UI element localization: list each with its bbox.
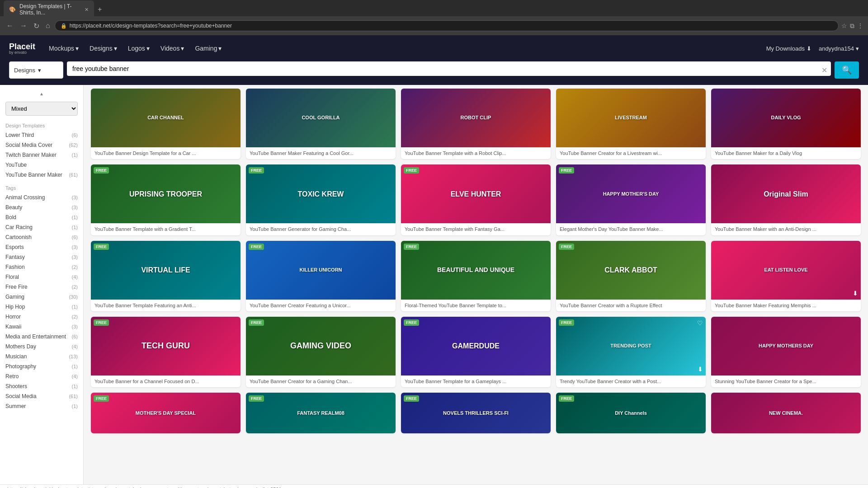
template-card-20[interactable]: HAPPY MOTHERS DAY Stunning YouTube Banne… [711,317,861,387]
tab-close-button[interactable]: ✕ [85,7,89,13]
sidebar-item-floral[interactable]: Floral (4) [0,272,83,282]
free-badge-17: FREE [249,319,264,326]
template-card-9[interactable]: FREE HAPPY MOTHER'S DAY Elegant Mother's… [556,164,706,235]
search-category-dropdown[interactable]: Designs ▾ [9,61,63,79]
template-card-24[interactable]: FREE DIY Channels [556,393,706,433]
template-card-15[interactable]: EAT LISTEN LOVE ⬇ YouTube Banner Maker F… [711,241,861,311]
card-thumbnail-6: FREE UPRISING TROOPER [91,164,241,223]
url-bar[interactable]: 🔒 https://placeit.net/c/design-templates… [55,20,839,31]
template-card-19[interactable]: FREE ♡ TRENDING POST ⬇ Trendy YouTube Ba… [556,317,706,387]
nav-downloads-button[interactable]: My Downloads ⬇ [766,45,811,52]
free-badge-12: FREE [249,244,264,250]
card-thumbnail-14: FREE CLARK ABBOT [556,241,706,300]
template-card-17[interactable]: FREE GAMING VIDEO YouTube Banner Creator… [246,317,396,387]
active-tab[interactable]: 🎨 Design Templates | T-Shirts, In... ✕ [4,0,94,19]
sidebar-item-lower-third[interactable]: Lower Third (6) [0,130,83,140]
bookmark-icon[interactable]: ☆ [841,22,847,30]
card-label-11: YouTube Banner Template Featuring an Ant… [91,300,241,311]
forward-button[interactable]: → [18,20,29,32]
sidebar-item-retro[interactable]: Retro (4) [0,371,83,381]
sidebar-item-mothers-day[interactable]: Mothers Day (4) [0,342,83,352]
sidebar-item-fashion[interactable]: Fashion (2) [0,262,83,272]
nav-logos[interactable]: Logos ▾ [128,45,150,52]
filter-dropdown[interactable]: Mixed [5,102,78,116]
sidebar-item-social-media-cover[interactable]: Social Media Cover (62) [0,140,83,150]
sidebar-item-kawaii[interactable]: Kawaii (3) [0,322,83,332]
nav-mockups[interactable]: Mockups ▾ [49,45,79,52]
template-card-16[interactable]: FREE TECH GURU YouTube Banner for a Chan… [91,317,241,387]
extensions-icon[interactable]: ⧉ [850,22,854,30]
sidebar-item-free-fire[interactable]: Free Fire (2) [0,282,83,292]
template-card-8[interactable]: FREE ELVE HUNTER YouTube Banner Template… [401,164,551,235]
template-card-25[interactable]: NEW CINEMA. [711,393,861,433]
nav-designs[interactable]: Designs ▾ [90,45,117,52]
card-thumbnail-19: FREE ♡ TRENDING POST ⬇ [556,317,706,375]
search-submit-button[interactable]: 🔍 [835,61,859,79]
sidebar-item-musician[interactable]: Musician (13) [0,352,83,361]
sidebar-item-summer[interactable]: Summer (1) [0,401,83,411]
sidebar-item-cartoonish[interactable]: Cartoonish (6) [0,232,83,242]
sidebar-item-esports[interactable]: Esports (3) [0,242,83,252]
nav-user-menu[interactable]: andyydna154 ▾ [819,45,859,52]
card-label-16: YouTube Banner for a Channel Focused on … [91,375,241,387]
search-input-wrapper: ✕ [67,61,831,79]
template-card-3[interactable]: ROBOT CLIP YouTube Banner Template with … [401,89,551,159]
template-card-14[interactable]: FREE CLARK ABBOT YouTube Banner Creator … [556,241,706,311]
heart-icon-19[interactable]: ♡ [697,319,703,327]
search-clear-button[interactable]: ✕ [821,66,827,75]
sidebar-item-youtube-banner-maker[interactable]: YouTube Banner Maker (61) [0,170,83,180]
template-card-18[interactable]: FREE GAMERDUDE YouTube Banner Template f… [401,317,551,387]
free-badge-16: FREE [94,319,109,326]
sidebar-item-hip-hop[interactable]: Hip Hop (1) [0,302,83,312]
nav-menu: Mockups ▾ Designs ▾ Logos ▾ Videos ▾ Gam… [49,45,766,52]
tab-title: Design Templates | T-Shirts, In... [19,3,81,16]
template-card-12[interactable]: FREE KILLER UNICORN YouTube Banner Creat… [246,241,396,311]
nav-videos[interactable]: Videos ▾ [160,45,184,52]
card-label-2: YouTube Banner Maker Featuring a Cool Go… [246,147,396,159]
site-logo[interactable]: Placeit by envato [9,42,35,55]
card-thumbnail-24: FREE DIY Channels [556,393,706,433]
new-tab-button[interactable]: + [94,4,105,15]
sidebar-item-beauty[interactable]: Beauty (3) [0,202,83,212]
template-card-2[interactable]: COOL GORILLA YouTube Banner Maker Featur… [246,89,396,159]
browser-chrome: 🎨 Design Templates | T-Shirts, In... ✕ +… [0,0,868,35]
sidebar-item-media-entertainment[interactable]: Media and Entertainment (6) [0,332,83,342]
template-card-4[interactable]: LIVESTREAM YouTube Banner Creator for a … [556,89,706,159]
sidebar-item-fantasy[interactable]: Fantasy (3) [0,252,83,262]
sidebar-item-shooters[interactable]: Shooters (1) [0,381,83,391]
sidebar-item-twitch-banner[interactable]: Twitch Banner Maker (1) [0,150,83,160]
search-input[interactable] [67,61,831,76]
sidebar-item-social-media[interactable]: Social Media (61) [0,391,83,401]
card-label-3: YouTube Banner Template with a Robot Cli… [401,147,551,159]
sidebar-item-animal-crossing[interactable]: Animal Crossing (3) [0,192,83,202]
template-card-1[interactable]: CAR CHANNEL YouTube Banner Design Templa… [91,89,241,159]
template-card-5[interactable]: DAILY VLOG YouTube Banner Maker for a Da… [711,89,861,159]
card-label-6: YouTube Banner Template with a Gradient … [91,223,241,235]
sidebar-item-car-racing[interactable]: Car Racing (1) [0,222,83,232]
template-card-10[interactable]: Original Slim YouTube Banner Maker with … [711,164,861,235]
sidebar-item-bold[interactable]: Bold (1) [0,212,83,222]
template-card-11[interactable]: FREE VIRTUAL LIFE YouTube Banner Templat… [91,241,241,311]
home-button[interactable]: ⌂ [44,20,52,32]
card-label-17: YouTube Banner Creator for a Gaming Chan… [246,375,396,387]
sidebar-item-gaming[interactable]: Gaming (30) [0,292,83,302]
sidebar-item-photography[interactable]: Photography (1) [0,361,83,371]
free-badge-22: FREE [249,395,264,402]
menu-icon[interactable]: ⋮ [857,22,863,30]
search-icon: 🔍 [842,66,852,75]
search-bar-area: Designs ▾ ✕ 🔍 [0,61,868,85]
template-card-23[interactable]: FREE NOVELS THRILLERS SCI-FI [401,393,551,433]
sidebar-item-youtube[interactable]: YouTube [0,160,83,170]
template-card-13[interactable]: FREE BEAUTIFUL AND UNIQUE Floral-Themed … [401,241,551,311]
refresh-button[interactable]: ↻ [32,20,41,32]
template-card-7[interactable]: FREE TOXIC KREW YouTube Banner Generator… [246,164,396,235]
free-badge-19: FREE [559,319,574,326]
template-card-22[interactable]: FREE FANTASY REALM08 [246,393,396,433]
nav-gaming[interactable]: Gaming ▾ [195,45,222,52]
sidebar-item-horror[interactable]: Horror (2) [0,312,83,322]
card-label-12: YouTube Banner Creator Featuring a Unico… [246,300,396,311]
template-card-21[interactable]: FREE MOTHER'S DAY SPECIAL [91,393,241,433]
card-label-4: YouTube Banner Creator for a Livestream … [556,147,706,159]
back-button[interactable]: ← [5,20,15,32]
template-card-6[interactable]: FREE UPRISING TROOPER YouTube Banner Tem… [91,164,241,235]
